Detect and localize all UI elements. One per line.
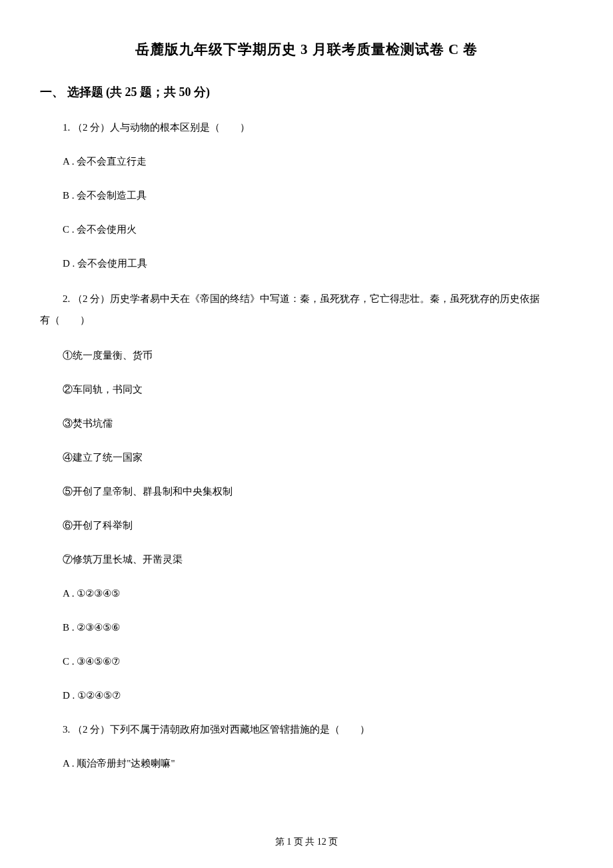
section-header: 一、 选择题 (共 25 题；共 50 分): [40, 84, 573, 100]
question-2-option-d: D . ①②④⑤⑦: [40, 687, 573, 705]
question-2-stem: 2. （2 分）历史学者易中天在《帝国的终结》中写道：秦，虽死犹存，它亡得悲壮。…: [40, 289, 573, 331]
question-3-stem: 3. （2 分）下列不属于清朝政府加强对西藏地区管辖措施的是（ ）: [40, 721, 573, 739]
question-2-option-c: C . ③④⑤⑥⑦: [40, 653, 573, 671]
question-2-stem-line2: 有（ ）: [40, 315, 90, 325]
question-2-item-3: ③焚书坑儒: [40, 415, 573, 433]
question-2-item-2: ②车同轨，书同文: [40, 381, 573, 399]
question-2-item-5: ⑤开创了皇帝制、群县制和中央集权制: [40, 483, 573, 501]
question-1-option-b: B . 会不会制造工具: [40, 187, 573, 205]
question-1-option-c: C . 会不会使用火: [40, 221, 573, 239]
question-2-item-7: ⑦修筑万里长城、开凿灵渠: [40, 551, 573, 569]
exam-title: 岳麓版九年级下学期历史 3 月联考质量检测试卷 C 卷: [40, 40, 573, 59]
question-2-option-b: B . ②③④⑤⑥: [40, 619, 573, 637]
question-3-option-a: A . 顺治帝册封"达赖喇嘛": [40, 755, 573, 773]
page-footer: 第 1 页 共 12 页: [0, 836, 613, 848]
question-2-stem-line1: 2. （2 分）历史学者易中天在《帝国的终结》中写道：秦，虽死犹存，它亡得悲壮。…: [63, 293, 540, 304]
question-1-stem: 1. （2 分）人与动物的根本区别是（ ）: [40, 119, 573, 137]
question-1-option-d: D . 会不会使用工具: [40, 255, 573, 273]
question-2-option-a: A . ①②③④⑤: [40, 585, 573, 603]
question-2-item-6: ⑥开创了科举制: [40, 517, 573, 535]
question-2-item-1: ①统一度量衡、货币: [40, 347, 573, 365]
question-2-item-4: ④建立了统一国家: [40, 449, 573, 467]
question-1-option-a: A . 会不会直立行走: [40, 153, 573, 171]
